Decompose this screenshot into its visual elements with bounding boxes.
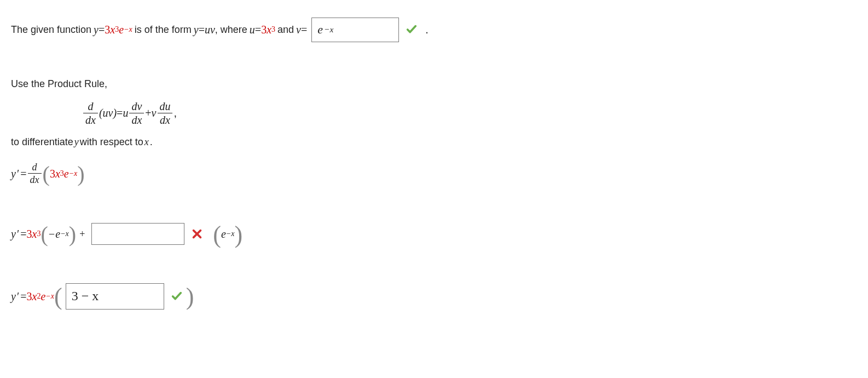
- text: and: [277, 23, 294, 37]
- comma: ,: [173, 105, 177, 121]
- text: The given function: [11, 23, 91, 37]
- var-x: x: [32, 226, 37, 242]
- d-dx: d dx: [83, 101, 98, 125]
- equals: =: [20, 166, 26, 181]
- var-y: y: [194, 22, 199, 37]
- var-y: y: [74, 135, 79, 149]
- left-paren: (: [43, 165, 50, 183]
- right-paren: ): [186, 287, 194, 306]
- prime: ′: [17, 226, 19, 242]
- neg-e: −e: [48, 226, 60, 242]
- term2-factor: e −x: [221, 226, 235, 242]
- equals: =: [117, 105, 123, 121]
- step1-equation: y ′ = d dx ( 3 x 3 e −x ): [11, 162, 857, 185]
- plus: +: [79, 227, 85, 241]
- step3-equation: y ′ = 3 x 2 e −x ( 3 − x ): [11, 283, 857, 310]
- exp: 2: [37, 292, 40, 300]
- var-y: y: [11, 226, 16, 242]
- intro-line: The given function y = 3 x 3 e −x is of …: [11, 18, 857, 42]
- var-v: v: [296, 22, 301, 37]
- var-x: x: [32, 289, 37, 304]
- left-paren: (: [213, 225, 221, 244]
- arg: 3 x 3 e −x: [50, 166, 77, 181]
- prime: ′: [17, 289, 19, 304]
- math-y-def: y = 3 x 3 e −x: [94, 22, 132, 37]
- text: .: [150, 135, 153, 149]
- math-y-uv: y = uv: [194, 22, 215, 37]
- e: e: [221, 226, 226, 242]
- prime: ′: [17, 166, 19, 181]
- d-dx: d dx: [28, 162, 42, 185]
- exponent: 3: [271, 25, 275, 33]
- neg-x: −x: [45, 292, 54, 300]
- exp: 3: [37, 230, 40, 238]
- answer-input-1[interactable]: e −x: [311, 18, 399, 42]
- math-u-def: u = 3 x 3: [250, 22, 275, 37]
- coeff: 3: [261, 22, 267, 37]
- coeff: 3: [27, 226, 32, 242]
- equals: =: [255, 22, 261, 37]
- du-dx: du dx: [157, 101, 172, 125]
- var-y: y: [94, 22, 99, 37]
- right-paren: ): [235, 225, 243, 244]
- var-y: y: [11, 166, 16, 181]
- equals: =: [20, 226, 26, 242]
- num: d: [30, 162, 39, 173]
- var-x: x: [267, 22, 271, 37]
- den: dx: [129, 113, 144, 125]
- num: d: [85, 101, 95, 113]
- num: du: [157, 101, 172, 113]
- answer1-exp: −x: [324, 25, 333, 34]
- den: dx: [28, 173, 42, 185]
- answer-input-3[interactable]: 3 − x: [66, 283, 164, 310]
- text: with respect to: [80, 135, 143, 149]
- equals: =: [99, 22, 105, 37]
- neg-x: −x: [69, 169, 78, 177]
- exponent: 3: [115, 25, 119, 33]
- right-paren: ): [69, 226, 76, 243]
- term1-factor: −e −x: [48, 226, 69, 242]
- answer1-base: e: [317, 21, 323, 38]
- lhs: y ′ =: [11, 226, 27, 242]
- text: is of the form: [135, 23, 192, 37]
- uv-arg: (uv): [99, 105, 117, 121]
- period: .: [425, 22, 429, 37]
- dv-dx: dv dx: [129, 101, 144, 125]
- answer3-value: 3 − x: [72, 287, 99, 306]
- equals: =: [199, 22, 205, 37]
- num: dv: [129, 101, 144, 113]
- var-u: u: [250, 22, 255, 37]
- var-x: x: [144, 135, 149, 149]
- factor: 3 x 2 e −x: [27, 289, 54, 304]
- cross-icon: [191, 228, 203, 240]
- e: e: [64, 166, 69, 181]
- right-paren: ): [77, 165, 84, 183]
- e: e: [119, 22, 124, 37]
- var-x: x: [110, 22, 115, 37]
- neg-x-exp: −x: [124, 25, 132, 33]
- step2-equation: y ′ = 3 x 3 ( −e −x ) + ( e −x ): [11, 223, 857, 245]
- check-icon: [171, 290, 183, 302]
- equals: =: [20, 289, 26, 304]
- product-rule-intro: Use the Product Rule,: [11, 77, 857, 91]
- e: e: [40, 289, 45, 304]
- den: dx: [158, 113, 172, 125]
- left-paren: (: [40, 226, 48, 243]
- answer-input-2[interactable]: [91, 223, 184, 245]
- check-icon: [406, 24, 418, 36]
- exp: 3: [60, 169, 64, 177]
- u: u: [123, 105, 128, 121]
- math-v-eq: v =: [296, 22, 307, 37]
- lhs: y ′ =: [11, 289, 27, 304]
- equals: =: [301, 22, 307, 37]
- product-rule-formula: d dx (uv) = u dv dx + v du dx ,: [82, 101, 857, 125]
- text: to differentiate: [11, 135, 73, 149]
- neg-x: −x: [60, 230, 69, 238]
- coeff: 3: [50, 166, 55, 181]
- text: Use the Product Rule,: [11, 77, 107, 91]
- plus: +: [145, 105, 151, 121]
- text: , where: [215, 23, 247, 37]
- v: v: [152, 105, 157, 121]
- lhs: y ′ =: [11, 166, 27, 181]
- var-y: y: [11, 289, 16, 304]
